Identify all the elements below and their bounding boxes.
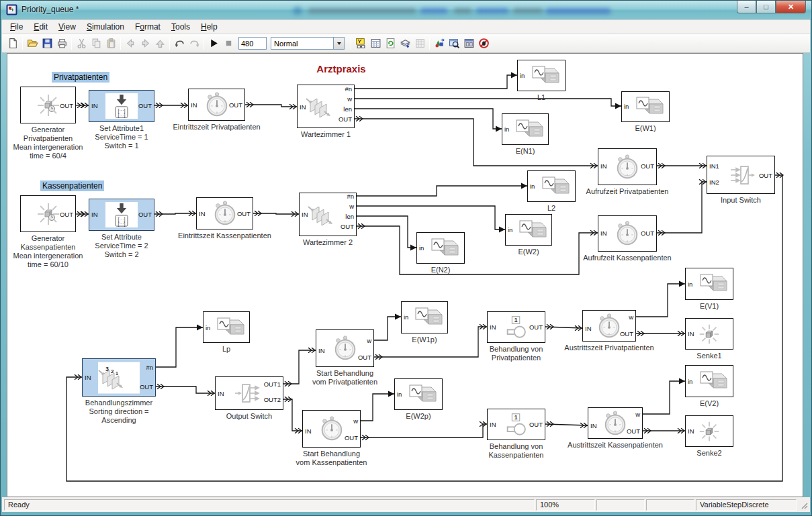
block-behandlung-von-kassenpatienten[interactable]: 1INOUT [487, 409, 545, 440]
annotation[interactable]: Privatpatienten [52, 72, 109, 83]
block-e-w2[interactable]: in [505, 214, 552, 246]
block-eintrittszeit-privatpatienten[interactable]: INOUT [188, 89, 245, 121]
wire[interactable] [156, 384, 215, 396]
wire[interactable] [636, 331, 685, 336]
menu-item-view[interactable]: View [53, 21, 81, 33]
new-file-button[interactable] [5, 36, 20, 51]
wire[interactable] [154, 211, 196, 217]
resize-grip[interactable] [799, 500, 809, 510]
block-e-w2p[interactable]: in [394, 378, 443, 410]
block-e-w1[interactable]: in [621, 91, 670, 122]
block-set-attribute[interactable]: [···][···]INOUT [89, 199, 154, 231]
block-e-n2[interactable]: in [416, 232, 465, 264]
redo-button[interactable] [187, 36, 201, 51]
wire[interactable] [361, 421, 487, 440]
menu-item-edit[interactable]: Edit [28, 21, 53, 33]
combo-dropdown-button[interactable] [333, 38, 344, 49]
block-output-switch[interactable]: INOUT1OUT2 [215, 376, 283, 410]
wire[interactable] [156, 325, 203, 368]
wire[interactable] [253, 211, 299, 217]
wire[interactable] [355, 116, 598, 168]
undo-button[interactable] [172, 36, 187, 51]
block-austrittszeit-kassenpatienten[interactable]: INwOUT [588, 407, 643, 439]
wire[interactable] [283, 397, 302, 433]
model-explorer-button[interactable] [368, 36, 383, 51]
block-behandlung-von-privatpatienten[interactable]: 1INOUT [487, 311, 545, 343]
block-set-attribute1[interactable]: [···][···]INOUT [89, 90, 154, 122]
menu-item-tools[interactable]: Tools [166, 21, 195, 33]
model-windows-button[interactable] [461, 36, 476, 51]
wire[interactable] [357, 223, 598, 274]
block-e-n1[interactable]: in [502, 113, 549, 145]
block-wartezimmer-2[interactable]: IN#nwlenOUT [299, 193, 357, 236]
wire[interactable] [76, 103, 89, 108]
debug-disable-button[interactable] [476, 36, 491, 51]
wire[interactable] [636, 281, 685, 317]
wire[interactable] [355, 72, 517, 89]
build-all-button[interactable] [398, 36, 412, 51]
nav-back-button[interactable] [123, 36, 138, 51]
simulation-mode-select[interactable]: Normal [271, 37, 345, 50]
wire[interactable] [643, 378, 685, 415]
update-diagram-button[interactable] [383, 36, 398, 51]
minimize-button[interactable]: – [737, 1, 756, 13]
block-wartezimmer-1[interactable]: IN#nwlenOUT [297, 85, 355, 128]
maximize-button[interactable]: □ [756, 1, 776, 13]
find-in-model-button[interactable] [447, 36, 461, 51]
wire[interactable] [357, 183, 527, 197]
block-eintrittszeit-kassenpatienten[interactable]: INOUT [196, 197, 253, 229]
library-browser-button[interactable] [353, 36, 368, 51]
nav-up-button[interactable] [152, 36, 167, 51]
play-button[interactable] [206, 36, 221, 51]
block-e-w1p[interactable]: in [401, 301, 448, 333]
block-senke1[interactable]: IN [685, 318, 733, 350]
wire[interactable] [361, 391, 394, 421]
open-file-button[interactable] [25, 36, 40, 51]
menu-item-format[interactable]: Format [130, 21, 166, 33]
block-l2[interactable]: in [527, 170, 576, 202]
wire[interactable] [154, 103, 188, 108]
block-senke2[interactable]: IN [685, 415, 733, 447]
wire[interactable] [357, 216, 416, 251]
paste-button[interactable] [103, 36, 118, 51]
block-austrittszeit-privatpatienten[interactable]: INwOUT [582, 310, 636, 342]
menu-item-file[interactable]: File [5, 21, 28, 33]
wire[interactable] [545, 324, 582, 331]
wire[interactable] [76, 211, 89, 217]
wire[interactable] [643, 428, 685, 433]
menu-item-help[interactable]: Help [195, 21, 223, 33]
wire[interactable] [545, 421, 588, 428]
block-lp[interactable]: in [203, 311, 250, 343]
block-e-v1[interactable]: in [685, 268, 733, 300]
block-generator-kassenpatienten[interactable]: OUT [20, 195, 76, 232]
simulation-time-input[interactable] [238, 37, 267, 50]
wire[interactable] [355, 109, 502, 132]
copy-button[interactable] [89, 36, 103, 51]
block-start-behandlung-privatpatienten[interactable]: INwOUT [316, 329, 374, 367]
stop-button[interactable] [221, 36, 236, 51]
menu-item-simulation[interactable]: Simulation [81, 21, 130, 33]
wire[interactable] [245, 102, 297, 109]
model-canvas[interactable]: Arztpraxis OUTGeneratorPrivatpatientenMe… [7, 53, 803, 497]
save-button[interactable] [40, 36, 54, 51]
block-aufrufzeit-privatpatienten[interactable]: INOUT [598, 148, 657, 185]
nav-forward-button[interactable] [138, 36, 152, 51]
wire[interactable] [374, 314, 401, 341]
config-grid-button[interactable] [412, 36, 427, 51]
block-start-behandlung-kassenpatienten[interactable]: INwOUT [302, 410, 361, 448]
close-button[interactable]: ✕ [776, 1, 806, 13]
wire[interactable] [357, 206, 505, 233]
wire[interactable] [657, 163, 707, 168]
print-button[interactable] [54, 36, 69, 51]
model-browser-toggle-button[interactable] [432, 36, 447, 51]
block-e-v2[interactable]: in [685, 365, 733, 397]
block-generator-privatpatienten[interactable]: OUT [20, 87, 76, 123]
wire[interactable] [283, 348, 316, 386]
block-l1[interactable]: in [517, 60, 566, 91]
cut-button[interactable] [74, 36, 89, 51]
annotation[interactable]: Kassenpatienten [40, 180, 104, 191]
block-input-switch[interactable]: IN1IN2OUT [707, 156, 775, 194]
wire[interactable] [355, 99, 621, 109]
block-aufrufzeit-kassenpatienten[interactable]: INOUT [598, 215, 657, 252]
block-behandlungszimmer[interactable]: 321IN#nOUT [82, 358, 156, 397]
